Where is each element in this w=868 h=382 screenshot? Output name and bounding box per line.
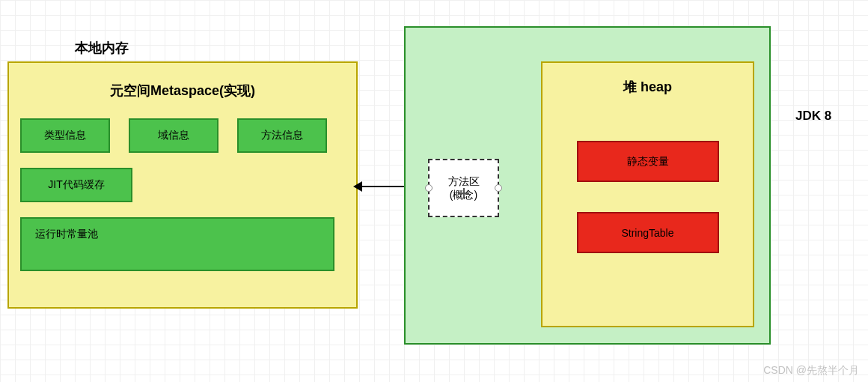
method-area-box[interactable]: 方法区 (概念) [428,159,499,217]
native-memory-label: 本地内存 [75,39,129,57]
string-table-box: StringTable [577,212,719,253]
arrow-head-icon [353,181,362,192]
resize-handle-right[interactable] [495,184,502,192]
heap-title: 堆 heap [623,78,672,96]
metaspace-title: 元空间Metaspace(实现) [20,82,345,100]
jit-cache-box: JIT代码缓存 [20,168,132,202]
resize-handle-left[interactable] [425,184,433,192]
class-info-box: 类型信息 [20,118,110,153]
method-info-box: 方法信息 [237,118,327,153]
heap-container: 堆 heap 静态变量 StringTable [541,61,754,327]
metaspace-container: 元空间Metaspace(实现) 类型信息 域信息 方法信息 JIT代码缓存 运… [7,61,358,309]
metaspace-row-1: 类型信息 域信息 方法信息 [20,118,345,153]
static-vars-box: 静态变量 [577,141,719,182]
method-area-line1: 方法区 [448,175,480,187]
jdk-version-label: JDK 8 [795,109,831,124]
runtime-pool-box: 运行时常量池 [20,217,334,271]
watermark-text: CSDN @先熬半个月 [763,364,859,378]
crosshair-v-icon [463,188,465,198]
field-info-box: 域信息 [129,118,218,153]
jvm-container: 方法区 (概念) 堆 heap 静态变量 StringTable [404,26,771,345]
